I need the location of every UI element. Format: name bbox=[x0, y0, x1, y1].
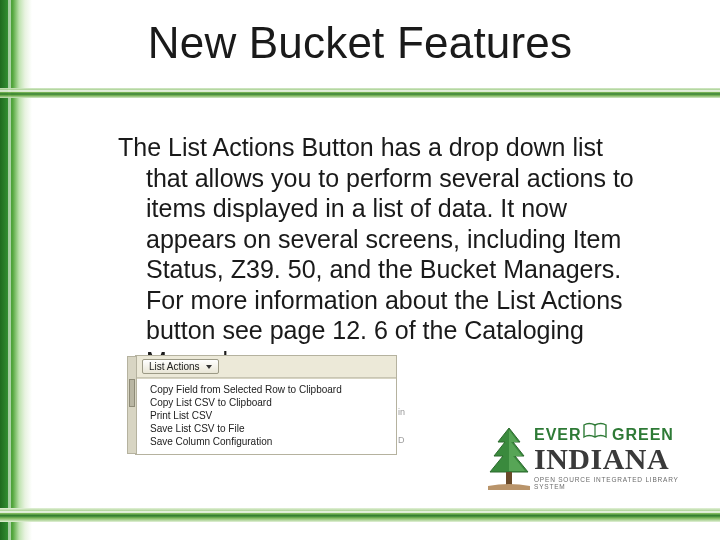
body-text: The List Actions Button has a drop down … bbox=[118, 132, 638, 376]
slide: New Bucket Features The List Actions But… bbox=[0, 0, 720, 540]
scroll-thumb[interactable] bbox=[129, 379, 135, 407]
body-paragraph: The List Actions Button has a drop down … bbox=[118, 132, 638, 376]
list-actions-screenshot: List Actions Copy Field from Selected Ro… bbox=[135, 355, 397, 455]
tree-icon bbox=[482, 426, 536, 492]
logo-indiana: INDIANA bbox=[534, 442, 669, 476]
toolbar: List Actions bbox=[136, 356, 396, 378]
menu-item[interactable]: Copy List CSV to Clipboard bbox=[136, 396, 396, 409]
menu-item[interactable]: Save List CSV to File bbox=[136, 422, 396, 435]
chevron-down-icon bbox=[206, 365, 212, 369]
svg-rect-0 bbox=[506, 472, 512, 486]
logo-tagline: OPEN SOURCE INTEGRATED LIBRARY SYSTEM bbox=[534, 476, 682, 490]
list-actions-menu: Copy Field from Selected Row to Clipboar… bbox=[136, 378, 396, 454]
left-decoration bbox=[0, 0, 32, 540]
evergreen-indiana-logo: EVER GREEN INDIANA OPEN SOURCE INTEGRATE… bbox=[482, 420, 682, 498]
bottom-rule bbox=[0, 508, 720, 522]
list-actions-button[interactable]: List Actions bbox=[142, 359, 219, 374]
list-actions-label: List Actions bbox=[149, 361, 200, 372]
cropped-text: in D bbox=[398, 398, 410, 454]
menu-item[interactable]: Save Column Configuration bbox=[136, 435, 396, 448]
scrollbar[interactable] bbox=[127, 356, 137, 454]
book-icon bbox=[582, 422, 608, 440]
slide-title: New Bucket Features bbox=[0, 18, 720, 68]
menu-item[interactable]: Copy Field from Selected Row to Clipboar… bbox=[136, 383, 396, 396]
top-rule bbox=[0, 88, 720, 98]
menu-item[interactable]: Print List CSV bbox=[136, 409, 396, 422]
